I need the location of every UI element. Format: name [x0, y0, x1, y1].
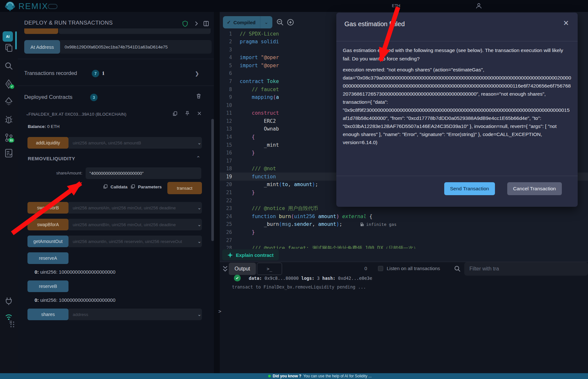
line-number: 26 — [220, 229, 240, 235]
fuel-pump-icon — [360, 222, 364, 226]
shareamount-input[interactable]: "400000000000000000000" — [86, 167, 201, 179]
at-address-input[interactable]: 0x98b129D0fa6D052ec1ba74b7541D1a63aD614e… — [60, 40, 212, 54]
function-expand-chevron[interactable]: ⌄ — [196, 238, 203, 244]
function-expand-chevron[interactable]: ⌄ — [196, 222, 203, 227]
transactions-count-badge: 7 — [92, 70, 99, 77]
panel-title: DEPLOY & RUN TRANSACTIONS — [24, 20, 113, 26]
send-transaction-button[interactable]: Send Transaction — [444, 182, 495, 195]
function-params-input[interactable]: uint256 amountAIn, uint256 minOut, uint2… — [68, 202, 202, 214]
solidity-compiler-icon[interactable]: ✓ — [4, 79, 14, 89]
zoom-in-icon[interactable] — [287, 18, 294, 26]
function-button-getAmountOut[interactable]: getAmountOut — [27, 236, 68, 247]
transact-button[interactable]: transact — [167, 182, 202, 194]
close-contract-icon[interactable] — [196, 111, 202, 116]
line-number: 14 — [220, 134, 240, 140]
collapse-terminal-icon[interactable] — [222, 265, 228, 273]
trash-icon[interactable] — [195, 93, 202, 99]
function-params-input[interactable]: address — [68, 309, 202, 320]
function-button-reserveA[interactable]: reserveA — [27, 252, 68, 264]
debugger-icon[interactable] — [4, 115, 14, 124]
file-explorer-icon[interactable] — [4, 43, 14, 53]
shield-icon[interactable] — [182, 20, 188, 27]
account-icon[interactable] — [476, 3, 482, 9]
statusbar-tip: Did you know ?You can use the help of AI… — [268, 374, 372, 378]
function-button-reserveB[interactable]: reserveB — [27, 280, 68, 292]
function-params-input[interactable]: uint256 amountBIn, uint256 minOut, uint2… — [68, 219, 202, 230]
deploy-button-clipped[interactable] — [24, 28, 58, 34]
function-return-value: 0: uint256: 100000000000000000000 — [35, 297, 115, 303]
function-expand-chevron[interactable]: ⌄ — [196, 140, 203, 146]
code-line[interactable]: 24function burn(uint256 amount) external… — [220, 212, 588, 220]
tab-shell[interactable]: >_ — [257, 263, 282, 275]
compiled-dropdown-chevron[interactable]: ⌄ — [260, 19, 272, 25]
function-button-swapBforA[interactable]: swapBforA — [27, 219, 68, 230]
terminal-search-icon[interactable] — [454, 265, 460, 272]
function-button-addLiquidity[interactable]: addLiquidity — [27, 137, 68, 149]
analyzer-icon[interactable] — [4, 148, 14, 158]
terminal-prompt[interactable]: > — [218, 309, 221, 314]
code-line[interactable]: 26} — [220, 228, 588, 236]
deploy-run-icon[interactable] — [4, 97, 14, 106]
pin-panel-icon[interactable] — [203, 20, 209, 27]
deploy-run-panel: DEPLOY & RUN TRANSACTIONS At Address 0x9… — [18, 12, 214, 373]
function-params-input[interactable]: uint256 amountA, uint256 amountB — [68, 137, 202, 149]
search-icon[interactable] — [4, 61, 14, 71]
git-icon[interactable]: 11 — [4, 133, 14, 142]
panel-scrollbar[interactable] — [211, 119, 214, 241]
function-params-input[interactable]: uint256 amountIn, uint256 reserveIn, uin… — [68, 236, 202, 247]
function-button-swapAforB[interactable]: swapAforB — [27, 202, 68, 214]
line-number: 10 — [220, 102, 240, 108]
tx-log-line[interactable]: data: 0x9c8...80000 logs: 3 hash: 0xd42.… — [249, 276, 372, 281]
deploy-field-clipped[interactable] — [59, 28, 211, 34]
at-address-button[interactable]: At Address — [24, 40, 60, 54]
code-line[interactable]: 25_burn(msg.sender, amount);infinite gas — [220, 220, 588, 228]
brand-badge — [48, 4, 58, 9]
check-icon: ✓ — [227, 19, 231, 25]
line-number: 3 — [220, 47, 240, 53]
listen-checkbox[interactable] — [378, 266, 383, 271]
status-bar: ⠿ Did you know ?You can use the help of … — [0, 373, 588, 379]
line-number: 12 — [220, 118, 240, 124]
parameters-button[interactable]: Parameters — [138, 184, 162, 189]
code-line[interactable]: 27 — [220, 236, 588, 244]
cancel-transaction-button[interactable]: Cancel Transaction — [507, 182, 562, 195]
panel-editor-divider[interactable] — [214, 12, 220, 373]
explain-contract-button[interactable]: Explain contract — [222, 249, 279, 260]
info-icon[interactable]: i — [102, 70, 104, 76]
copy-icon[interactable] — [172, 111, 178, 116]
remix-ai-icon[interactable]: AI — [3, 31, 13, 42]
parameters-copy-icon[interactable] — [130, 184, 135, 189]
transactions-expand-chevron[interactable]: ❯ — [195, 70, 199, 77]
contract-header[interactable]: FINALDEX_BX AT 0XC03...39A10 (BLOCKCHAIN… — [28, 112, 126, 117]
removeliquidity-title[interactable]: REMOVELIQUIDITY — [28, 156, 75, 161]
line-number: 15 — [220, 142, 240, 148]
line-number: 13 — [220, 126, 240, 132]
function-button-shares[interactable]: shares — [27, 309, 68, 320]
line-number: 5 — [220, 63, 240, 68]
terminal-filter-input[interactable]: Filter with tra — [464, 262, 588, 276]
line-number: 22 — [220, 198, 240, 204]
modal-close-icon[interactable]: ✕ — [562, 20, 570, 27]
remix-logo-icon — [5, 1, 16, 12]
line-number: 8 — [220, 87, 240, 92]
line-number: 4 — [220, 55, 240, 60]
balance-line: Balance: 0 ETH — [28, 124, 59, 129]
calldata-copy-icon[interactable] — [103, 184, 108, 189]
function-expand-chevron[interactable]: ⌄ — [196, 205, 203, 211]
plugin-manager-icon[interactable] — [4, 296, 14, 306]
terminal-panel: Output >_ 0 Listen on all transactions F… — [220, 262, 588, 373]
top-bar: REMIX ETH — [0, 0, 588, 12]
removeliquidity-collapse-chevron[interactable]: ⌃ — [196, 155, 200, 161]
compiled-button[interactable]: ✓Compiled ⌄ — [223, 16, 272, 28]
pin-icon[interactable] — [184, 111, 190, 116]
calldata-button[interactable]: Calldata — [110, 184, 128, 189]
function-expand-chevron[interactable]: ⌄ — [196, 311, 203, 317]
tab-output[interactable]: Output — [229, 263, 256, 275]
zoom-out-icon[interactable] — [276, 18, 284, 26]
tip-dot-icon — [268, 375, 271, 377]
statusbar-grip-icon: ⠿ — [9, 320, 13, 325]
line-number: 6 — [220, 70, 240, 76]
compiled-check-badge: ✓ — [10, 84, 14, 89]
icon-sidebar: AI ✓ 11 — [0, 12, 18, 373]
expand-panel-icon[interactable] — [193, 20, 200, 27]
